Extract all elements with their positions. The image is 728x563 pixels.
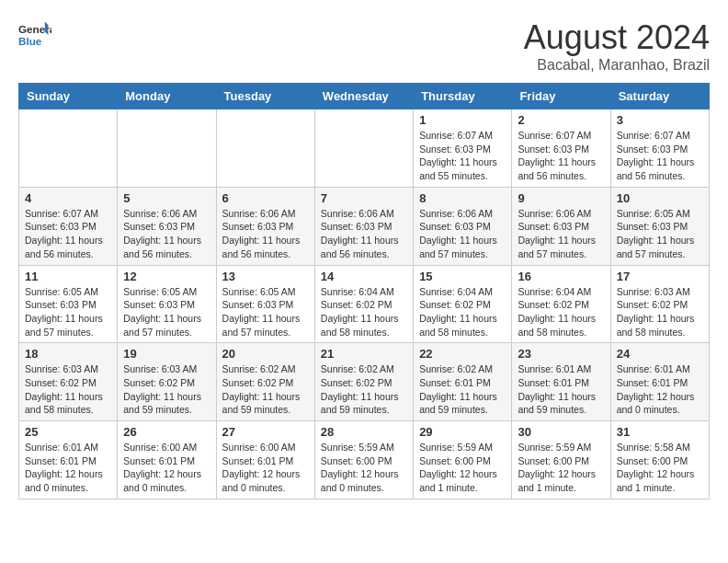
calendar-cell — [118, 109, 216, 188]
day-number: 10 — [617, 191, 703, 205]
day-number: 22 — [419, 347, 506, 361]
calendar-table: SundayMondayTuesdayWednesdayThursdayFrid… — [18, 83, 710, 500]
header: General Blue August 2024 Bacabal, Maranh… — [18, 18, 710, 74]
day-info: Sunrise: 6:03 AMSunset: 6:02 PMDaylight:… — [617, 285, 703, 339]
logo: General Blue — [18, 18, 51, 52]
day-number: 13 — [222, 270, 309, 283]
week-row-5: 25Sunrise: 6:01 AMSunset: 6:01 PMDayligh… — [19, 421, 710, 500]
calendar-cell: 20Sunrise: 6:02 AMSunset: 6:02 PMDayligh… — [216, 343, 314, 421]
day-info: Sunrise: 5:58 AMSunset: 6:00 PMDaylight:… — [617, 441, 703, 495]
calendar-cell: 16Sunrise: 6:04 AMSunset: 6:02 PMDayligh… — [512, 265, 610, 343]
calendar-cell: 31Sunrise: 5:58 AMSunset: 6:00 PMDayligh… — [610, 421, 709, 500]
day-number: 27 — [222, 425, 309, 439]
day-info: Sunrise: 6:06 AMSunset: 6:03 PMDaylight:… — [419, 207, 506, 261]
day-info: Sunrise: 6:07 AMSunset: 6:03 PMDaylight:… — [25, 207, 111, 261]
day-info: Sunrise: 6:01 AMSunset: 6:01 PMDaylight:… — [617, 362, 703, 417]
calendar-cell: 26Sunrise: 6:00 AMSunset: 6:01 PMDayligh… — [118, 421, 216, 500]
day-header-tuesday: Tuesday — [216, 84, 314, 109]
day-number: 29 — [419, 425, 506, 439]
calendar-cell: 23Sunrise: 6:01 AMSunset: 6:01 PMDayligh… — [512, 343, 610, 421]
calendar-cell: 15Sunrise: 6:04 AMSunset: 6:02 PMDayligh… — [414, 265, 512, 343]
calendar-cell: 28Sunrise: 5:59 AMSunset: 6:00 PMDayligh… — [314, 421, 413, 500]
day-number: 11 — [25, 270, 111, 283]
week-row-1: 1Sunrise: 6:07 AMSunset: 6:03 PMDaylight… — [19, 109, 710, 188]
calendar-cell: 19Sunrise: 6:03 AMSunset: 6:02 PMDayligh… — [118, 343, 216, 421]
calendar-cell: 27Sunrise: 6:00 AMSunset: 6:01 PMDayligh… — [216, 421, 314, 500]
calendar-cell: 9Sunrise: 6:06 AMSunset: 6:03 PMDaylight… — [512, 187, 610, 265]
calendar-cell: 22Sunrise: 6:02 AMSunset: 6:01 PMDayligh… — [414, 343, 512, 421]
day-info: Sunrise: 6:02 AMSunset: 6:01 PMDaylight:… — [419, 362, 506, 417]
day-header-thursday: Thursday — [414, 84, 512, 109]
day-number: 28 — [321, 425, 407, 439]
day-info: Sunrise: 5:59 AMSunset: 6:00 PMDaylight:… — [518, 441, 604, 495]
day-info: Sunrise: 6:00 AMSunset: 6:01 PMDaylight:… — [222, 441, 309, 495]
day-info: Sunrise: 6:05 AMSunset: 6:03 PMDaylight:… — [123, 285, 210, 339]
day-info: Sunrise: 6:06 AMSunset: 6:03 PMDaylight:… — [222, 207, 309, 261]
day-info: Sunrise: 6:04 AMSunset: 6:02 PMDaylight:… — [518, 285, 604, 339]
day-number: 4 — [25, 191, 111, 205]
day-info: Sunrise: 6:01 AMSunset: 6:01 PMDaylight:… — [25, 441, 111, 495]
day-number: 1 — [419, 113, 506, 127]
day-number: 20 — [222, 347, 309, 361]
day-info: Sunrise: 6:02 AMSunset: 6:02 PMDaylight:… — [321, 362, 407, 417]
day-info: Sunrise: 5:59 AMSunset: 6:00 PMDaylight:… — [419, 441, 506, 495]
day-info: Sunrise: 6:05 AMSunset: 6:03 PMDaylight:… — [617, 207, 703, 261]
day-info: Sunrise: 6:07 AMSunset: 6:03 PMDaylight:… — [419, 129, 506, 183]
calendar-cell: 10Sunrise: 6:05 AMSunset: 6:03 PMDayligh… — [610, 187, 709, 265]
calendar-cell: 2Sunrise: 6:07 AMSunset: 6:03 PMDaylight… — [512, 109, 610, 188]
calendar-cell: 1Sunrise: 6:07 AMSunset: 6:03 PMDaylight… — [414, 109, 512, 188]
month-year: August 2024 — [524, 18, 710, 57]
day-number: 18 — [25, 347, 111, 361]
week-row-2: 4Sunrise: 6:07 AMSunset: 6:03 PMDaylight… — [19, 187, 710, 265]
week-row-3: 11Sunrise: 6:05 AMSunset: 6:03 PMDayligh… — [19, 265, 710, 343]
day-info: Sunrise: 6:04 AMSunset: 6:02 PMDaylight:… — [321, 285, 407, 339]
day-number: 15 — [419, 270, 506, 283]
calendar-cell: 6Sunrise: 6:06 AMSunset: 6:03 PMDaylight… — [216, 187, 314, 265]
day-header-monday: Monday — [118, 84, 216, 109]
calendar-cell: 4Sunrise: 6:07 AMSunset: 6:03 PMDaylight… — [19, 187, 118, 265]
day-info: Sunrise: 6:01 AMSunset: 6:01 PMDaylight:… — [518, 362, 604, 417]
day-number: 7 — [321, 191, 407, 205]
day-number: 19 — [123, 347, 210, 361]
calendar-cell: 18Sunrise: 6:03 AMSunset: 6:02 PMDayligh… — [19, 343, 118, 421]
calendar-cell: 11Sunrise: 6:05 AMSunset: 6:03 PMDayligh… — [19, 265, 118, 343]
calendar-cell — [19, 109, 118, 188]
day-number: 30 — [518, 425, 604, 439]
day-info: Sunrise: 6:03 AMSunset: 6:02 PMDaylight:… — [123, 362, 210, 417]
calendar-cell: 17Sunrise: 6:03 AMSunset: 6:02 PMDayligh… — [610, 265, 709, 343]
day-info: Sunrise: 6:06 AMSunset: 6:03 PMDaylight:… — [321, 207, 407, 261]
calendar-cell: 30Sunrise: 5:59 AMSunset: 6:00 PMDayligh… — [512, 421, 610, 500]
day-number: 5 — [123, 191, 210, 205]
calendar-cell: 12Sunrise: 6:05 AMSunset: 6:03 PMDayligh… — [118, 265, 216, 343]
calendar-cell: 21Sunrise: 6:02 AMSunset: 6:02 PMDayligh… — [314, 343, 413, 421]
day-info: Sunrise: 6:02 AMSunset: 6:02 PMDaylight:… — [222, 362, 309, 417]
calendar-cell: 24Sunrise: 6:01 AMSunset: 6:01 PMDayligh… — [610, 343, 709, 421]
svg-text:Blue: Blue — [18, 35, 42, 47]
day-header-wednesday: Wednesday — [314, 84, 413, 109]
day-info: Sunrise: 6:05 AMSunset: 6:03 PMDaylight:… — [222, 285, 309, 339]
day-number: 25 — [25, 425, 111, 439]
day-info: Sunrise: 6:06 AMSunset: 6:03 PMDaylight:… — [518, 207, 604, 261]
calendar-cell: 5Sunrise: 6:06 AMSunset: 6:03 PMDaylight… — [118, 187, 216, 265]
calendar-cell: 14Sunrise: 6:04 AMSunset: 6:02 PMDayligh… — [314, 265, 413, 343]
day-number: 31 — [617, 425, 703, 439]
day-number: 14 — [321, 270, 407, 283]
day-number: 8 — [419, 191, 506, 205]
calendar-cell: 7Sunrise: 6:06 AMSunset: 6:03 PMDaylight… — [314, 187, 413, 265]
calendar-cell: 8Sunrise: 6:06 AMSunset: 6:03 PMDaylight… — [414, 187, 512, 265]
calendar-cell: 29Sunrise: 5:59 AMSunset: 6:00 PMDayligh… — [414, 421, 512, 500]
day-number: 23 — [518, 347, 604, 361]
day-number: 2 — [518, 113, 604, 127]
calendar-cell — [314, 109, 413, 188]
day-number: 6 — [222, 191, 309, 205]
day-number: 12 — [123, 270, 210, 283]
day-info: Sunrise: 6:04 AMSunset: 6:02 PMDaylight:… — [419, 285, 506, 339]
day-number: 17 — [617, 270, 703, 283]
day-header-friday: Friday — [512, 84, 610, 109]
week-row-4: 18Sunrise: 6:03 AMSunset: 6:02 PMDayligh… — [19, 343, 710, 421]
day-number: 24 — [617, 347, 703, 361]
day-number: 3 — [617, 113, 703, 127]
location: Bacabal, Maranhao, Brazil — [524, 57, 710, 74]
day-number: 9 — [518, 191, 604, 205]
day-info: Sunrise: 6:00 AMSunset: 6:01 PMDaylight:… — [123, 441, 210, 495]
